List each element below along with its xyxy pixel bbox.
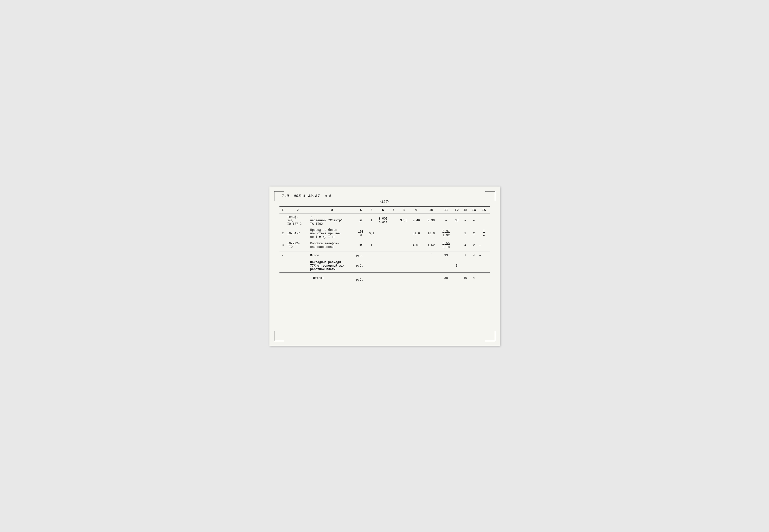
row2-num: 2 <box>279 227 286 240</box>
row2-col13: 3 <box>461 227 470 240</box>
col-header-5: 5 <box>366 207 377 214</box>
itogo1-unit: руб. <box>355 252 367 260</box>
row3-num: 3 <box>279 240 286 251</box>
row2-unit: 100м <box>355 227 367 240</box>
itogo1-col6 <box>377 252 389 260</box>
row2-col9: 3I,6 <box>410 227 422 240</box>
col-header-1: I <box>279 207 286 214</box>
row1-col13: – <box>461 214 470 227</box>
itogo2-unit: . руб. <box>355 273 367 283</box>
nakl-col7 <box>389 259 397 273</box>
itogo2-col15: – <box>478 273 490 283</box>
nakl-col5 <box>366 259 377 273</box>
row2-desc: Провод по бетон-ной стене при ве-се I м … <box>309 227 355 240</box>
itogo2-label: Итого: <box>309 273 355 283</box>
row3-col10: I,62 <box>423 240 440 251</box>
row1-col8: 37,5 <box>397 214 410 227</box>
row2-col14: 2 <box>470 227 478 240</box>
itogo-row-2: Итого: . руб. 38 IO 4 – <box>279 273 490 283</box>
itogo2-code <box>286 273 309 283</box>
row2-col15: I – <box>478 227 490 240</box>
itogo1-col7 <box>389 252 397 260</box>
col-header-4: 4 <box>355 207 367 214</box>
itogo1-dot: · <box>279 252 286 260</box>
row2-col7 <box>389 227 397 240</box>
nakl-unit: руб. <box>355 259 367 273</box>
itogo2-col14: 4 <box>470 273 478 283</box>
page-number: -127- <box>279 200 490 204</box>
itogo2-col11: 38 <box>440 273 452 283</box>
nakl-col11 <box>440 259 452 273</box>
nakl-num <box>279 259 286 273</box>
row3-col5: I <box>366 240 377 251</box>
row2-col6: · <box>377 227 389 240</box>
document-page: Т.П. 905-1-30.87 а.6 -127- I 2 3 4 5 6 7… <box>269 187 500 346</box>
row3-col12 <box>452 240 461 251</box>
nakl-col10 <box>423 259 440 273</box>
row3-col7 <box>389 240 397 251</box>
row1-unit: шт <box>355 214 367 227</box>
document-title: Т.П. 905-1-30.87 <box>282 194 320 198</box>
row3-col11: 0,55 0,I8 <box>440 240 452 251</box>
nakl-col8 <box>397 259 410 273</box>
itogo1-col13: 7 <box>461 252 470 260</box>
row1-col7 <box>389 214 397 227</box>
row2-col10: I8.9 <box>423 227 440 240</box>
nakl-row: Накладные расходы77% от основной за-рабо… <box>279 259 490 273</box>
itogo2-col12 <box>452 273 461 283</box>
col-header-9: 9 <box>410 207 422 214</box>
itogo2-col9 <box>410 273 422 283</box>
col-header-6: 6 <box>377 207 389 214</box>
itogo2-col8 <box>397 273 410 283</box>
col-header-15: I5 <box>478 207 490 214</box>
nakl-code <box>286 259 309 273</box>
nakl-col6 <box>377 259 389 273</box>
row2-col5: 0,I <box>366 227 377 240</box>
col-header-14: I4 <box>470 207 478 214</box>
main-table: I 2 3 4 5 6 7 8 9 IO II I2 I3 I4 I5 <box>279 206 490 283</box>
itogo1-col15: – <box>478 252 490 260</box>
table-row: 2 IО-54-7 Провод по бетон-ной стене при … <box>279 227 490 240</box>
header: Т.П. 905-1-30.87 а.6 <box>279 194 490 198</box>
column-headers-row: I 2 3 4 5 6 7 8 9 IO II I2 I3 I4 I5 <box>279 207 490 214</box>
row3-col13: 4 <box>461 240 470 251</box>
itogo-row-1: · Итого: руб. ´ 33 7 4 – <box>279 252 490 260</box>
row3-desc: Коробка телефон-ная настенная <box>309 240 355 251</box>
nakl-col15 <box>478 259 490 273</box>
row3-col14: 2 <box>470 240 478 251</box>
itogo2-col7 <box>389 273 397 283</box>
row3-col8 <box>397 240 410 251</box>
row3-col15: – <box>478 240 490 251</box>
page-label: а.6 <box>325 194 331 198</box>
table-row: телеф.з-дIО-127-2 ·настенный "Спектр"ТА-… <box>279 214 490 227</box>
itogo2-col10 <box>423 273 440 283</box>
itogo2-col13: IO <box>461 273 470 283</box>
col-header-10: IO <box>423 207 440 214</box>
row2-col11: 5,97 I,92 <box>440 227 452 240</box>
row1-code: телеф.з-дIО-127-2 <box>286 214 309 227</box>
row1-col9: 0,46 <box>410 214 422 227</box>
itogo1-col8 <box>397 252 410 260</box>
row1-col5: I <box>366 214 377 227</box>
row1-col6: 0,00I0,00I <box>377 214 389 227</box>
itogo1-col14: 4 <box>470 252 478 260</box>
nakl-col12: 3 <box>452 259 461 273</box>
col-header-11: II <box>440 207 452 214</box>
col-header-12: I2 <box>452 207 461 214</box>
row1-num <box>279 214 286 227</box>
corner-bracket-br <box>485 331 495 341</box>
corner-bracket-tl <box>274 191 284 201</box>
row1-col14: – <box>470 214 478 227</box>
row3-unit: шт <box>355 240 367 251</box>
row1-col12: 38 <box>452 214 461 227</box>
row3-code: IО-972--IО <box>286 240 309 251</box>
itogo1-label: Итого: <box>309 252 355 260</box>
col-header-2: 2 <box>286 207 309 214</box>
col-header-3: 3 <box>309 207 355 214</box>
row2-col8 <box>397 227 410 240</box>
col-header-13: I3 <box>461 207 470 214</box>
itogo1-col10: ´ <box>423 252 440 260</box>
row1-col11: – <box>440 214 452 227</box>
itogo1-col5 <box>366 252 377 260</box>
nakl-col13 <box>461 259 470 273</box>
